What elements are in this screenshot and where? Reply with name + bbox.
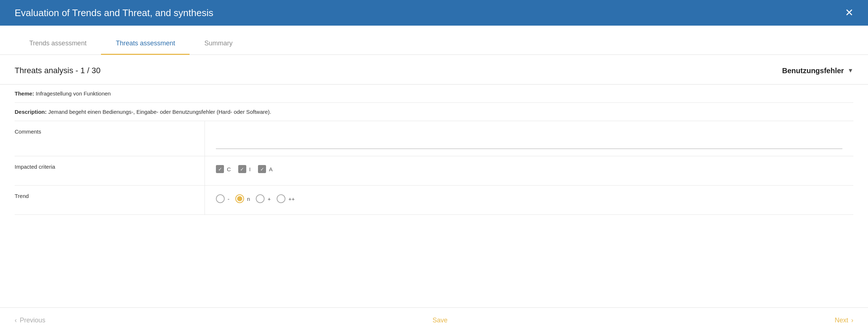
tab-trends[interactable]: Trends assessment: [15, 32, 101, 55]
criteria-I-label: I: [249, 166, 251, 172]
radio-plusplus-icon[interactable]: [277, 194, 285, 203]
trend-plusplus[interactable]: ++: [277, 194, 295, 203]
dialog-title: Evaluation of Trends and Threat, and syn…: [15, 7, 213, 19]
trend-options-col: - n + ++: [205, 186, 853, 214]
criteria-I[interactable]: ✓ I: [238, 165, 251, 173]
next-button[interactable]: Next ›: [835, 317, 853, 324]
theme-row: Theme: Infragestellung von Funktionen: [15, 85, 853, 103]
checkbox-I-icon[interactable]: ✓: [238, 165, 246, 173]
radio-minus-icon[interactable]: [216, 194, 225, 203]
comments-label-col: Comments: [15, 121, 205, 156]
trend-n[interactable]: n: [235, 194, 250, 203]
trend-plusplus-label: ++: [288, 196, 295, 202]
radio-n-icon[interactable]: [235, 194, 244, 203]
next-arrow-icon: ›: [851, 317, 853, 324]
save-button[interactable]: Save: [433, 317, 448, 324]
previous-arrow-icon: ‹: [15, 317, 17, 324]
criteria-C-label: C: [227, 166, 231, 172]
dropdown-label: Benutzungsfehler: [782, 67, 844, 75]
next-label: Next: [835, 317, 848, 324]
footer: ‹ Previous Save Next ›: [0, 307, 868, 333]
tab-summary[interactable]: Summary: [190, 32, 247, 55]
impacted-label: Impacted criteria: [15, 164, 55, 170]
dialog-header: Evaluation of Trends and Threat, and syn…: [0, 0, 868, 26]
description-value: Jemand begeht einen Bedienungs-, Eingabe…: [48, 109, 272, 115]
criteria-A[interactable]: ✓ A: [258, 165, 273, 173]
trend-minus[interactable]: -: [216, 194, 229, 203]
criteria-options: ✓ C ✓ I ✓ A: [216, 162, 842, 173]
theme-label: Theme:: [15, 90, 34, 97]
impacted-label-col: Impacted criteria: [15, 156, 205, 185]
impacted-criteria-row: Impacted criteria ✓ C ✓ I ✓ A: [15, 156, 853, 186]
chevron-down-icon: ▼: [848, 67, 853, 74]
trend-label: Trend: [15, 193, 29, 199]
description-label: Description:: [15, 109, 47, 115]
description-row: Description: Jemand begeht einen Bedienu…: [15, 103, 853, 121]
comments-input-col: [205, 121, 853, 156]
trend-n-label: n: [247, 196, 250, 202]
previous-label: Previous: [20, 317, 45, 324]
trend-row: Trend - n +: [15, 186, 853, 215]
threat-dropdown[interactable]: Benutzungsfehler ▼: [782, 67, 853, 75]
trend-plus[interactable]: +: [256, 194, 271, 203]
comments-input[interactable]: [216, 127, 842, 149]
trend-plus-label: +: [267, 196, 271, 202]
criteria-options-col: ✓ C ✓ I ✓ A: [205, 156, 853, 185]
trend-minus-label: -: [228, 196, 229, 202]
tab-threats[interactable]: Threats assessment: [101, 32, 190, 55]
main-content: Threats analysis - 1 / 30 Benutzungsfehl…: [0, 55, 868, 307]
analysis-header: Threats analysis - 1 / 30 Benutzungsfehl…: [15, 66, 853, 75]
checkbox-C-icon[interactable]: ✓: [216, 165, 224, 173]
comments-label: Comments: [15, 128, 41, 135]
trend-label-col: Trend: [15, 186, 205, 214]
close-button[interactable]: ✕: [845, 8, 853, 18]
checkbox-A-icon[interactable]: ✓: [258, 165, 266, 173]
previous-button[interactable]: ‹ Previous: [15, 317, 45, 324]
comments-row: Comments: [15, 121, 853, 156]
criteria-C[interactable]: ✓ C: [216, 165, 231, 173]
trend-options: - n + ++: [216, 191, 842, 203]
tab-bar: Trends assessment Threats assessment Sum…: [0, 26, 868, 55]
theme-value: Infragestellung von Funktionen: [36, 90, 111, 97]
radio-plus-icon[interactable]: [256, 194, 265, 203]
radio-n-inner: [237, 196, 242, 201]
criteria-A-label: A: [269, 166, 273, 172]
analysis-title: Threats analysis - 1 / 30: [15, 66, 101, 75]
